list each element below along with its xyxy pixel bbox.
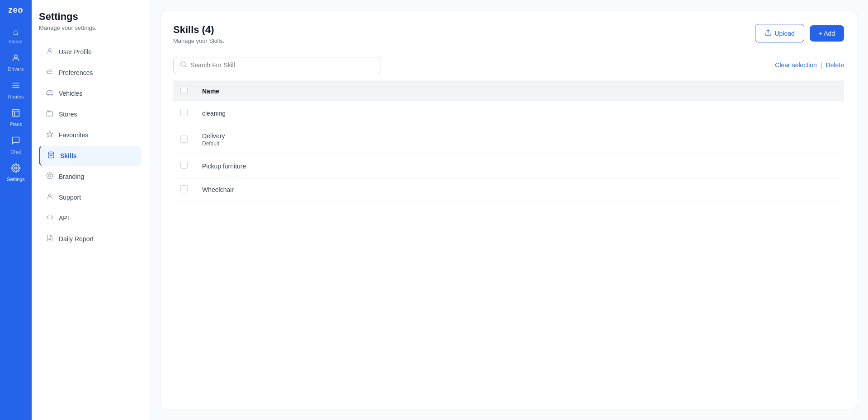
- preferences-icon: [46, 68, 53, 77]
- sidebar-item-vehicles[interactable]: Vehicles: [39, 84, 142, 103]
- search-box: [173, 57, 381, 73]
- api-icon: [46, 214, 53, 223]
- header-actions: Upload + Add: [755, 24, 844, 42]
- divider: |: [821, 61, 822, 69]
- skills-table: Name cleaning Delivery Default: [173, 80, 844, 201]
- upload-icon: [764, 29, 772, 37]
- nav-label-home: Home: [9, 39, 22, 44]
- sidebar-item-api[interactable]: API: [39, 208, 142, 228]
- content-header: Skills (4) Manage your Skills. Upload + …: [173, 24, 844, 44]
- svg-point-7: [47, 71, 48, 73]
- nav-label-settings: Settings: [7, 177, 25, 182]
- row-checkbox[interactable]: [180, 109, 188, 116]
- sidebar-label-skills: Skills: [60, 152, 77, 159]
- header-checkbox-cell: [173, 80, 195, 102]
- search-icon: [180, 61, 187, 69]
- clear-selection-button[interactable]: Clear selection: [775, 61, 817, 69]
- favourites-icon: [46, 131, 53, 140]
- selection-actions: Clear selection | Delete: [775, 61, 844, 69]
- sidebar-label-stores: Stores: [59, 111, 77, 118]
- nav-label-chat: Chat: [10, 149, 21, 154]
- sidebar-label-api: API: [59, 215, 69, 222]
- nav-item-plans[interactable]: Plans: [0, 104, 32, 131]
- nav-label-drivers: Drivers: [8, 66, 24, 72]
- settings-sidebar: Settings Manage your settings. User Prof…: [32, 0, 149, 420]
- table-row: cleaning: [173, 102, 844, 125]
- sidebar-label-vehicles: Vehicles: [59, 90, 82, 97]
- sidebar-item-preferences[interactable]: Preferences: [39, 63, 142, 83]
- content-card: Skills (4) Manage your Skills. Upload + …: [160, 11, 857, 409]
- row-checkbox[interactable]: [180, 185, 188, 192]
- sidebar-item-support[interactable]: Support: [39, 187, 142, 207]
- sidebar-item-stores[interactable]: Stores: [39, 104, 142, 124]
- user-profile-icon: [46, 47, 53, 56]
- svg-marker-12: [47, 131, 52, 137]
- nav-bar: zeo ⌂ Home Drivers Routes Plans Chat Set…: [0, 0, 32, 420]
- svg-point-15: [48, 174, 51, 177]
- routes-icon: [11, 81, 20, 92]
- sidebar-label-favourites: Favourites: [59, 131, 88, 139]
- search-row: Clear selection | Delete: [173, 57, 844, 73]
- nav-item-chat[interactable]: Chat: [0, 131, 32, 159]
- sidebar-label-preferences: Preferences: [59, 69, 93, 76]
- row-skill-name: Wheelchair: [195, 178, 844, 201]
- row-checkbox[interactable]: [180, 135, 188, 143]
- sidebar-label-support: Support: [59, 194, 81, 201]
- skill-name-text: Wheelchair: [202, 186, 234, 193]
- nav-item-drivers[interactable]: Drivers: [0, 49, 32, 76]
- upload-label: Upload: [774, 30, 794, 37]
- svg-point-2: [15, 167, 17, 169]
- home-icon: ⌂: [13, 27, 19, 37]
- sidebar-item-skills[interactable]: Skills: [39, 146, 142, 166]
- plans-icon: [11, 108, 20, 120]
- add-label: + Add: [819, 30, 835, 37]
- brand-logo: zeo: [8, 5, 23, 15]
- nav-item-home[interactable]: ⌂ Home: [0, 22, 32, 49]
- sidebar-item-daily-report[interactable]: Daily Report: [39, 229, 142, 249]
- drivers-icon: [11, 53, 20, 65]
- branding-icon: [46, 172, 53, 181]
- row-checkbox[interactable]: [180, 162, 188, 169]
- sidebar-item-user-profile[interactable]: User Profile: [39, 42, 142, 62]
- add-button[interactable]: + Add: [810, 25, 844, 42]
- stores-icon: [46, 110, 53, 119]
- svg-line-21: [184, 65, 186, 67]
- vehicles-icon: [46, 89, 53, 98]
- settings-title: Settings: [39, 11, 142, 23]
- row-skill-name: Pickup furniture: [195, 154, 844, 178]
- skill-name-text: Pickup furniture: [202, 163, 246, 170]
- nav-item-routes[interactable]: Routes: [0, 76, 32, 104]
- search-input[interactable]: [190, 61, 374, 69]
- sidebar-label-branding: Branding: [59, 173, 84, 180]
- upload-button[interactable]: Upload: [755, 24, 804, 42]
- row-checkbox-cell: [173, 178, 195, 201]
- page-title: Skills (4): [173, 24, 224, 36]
- svg-rect-1: [13, 110, 19, 117]
- row-checkbox-cell: [173, 102, 195, 125]
- sidebar-label-daily-report: Daily Report: [59, 235, 94, 243]
- settings-subtitle: Manage your settings.: [39, 24, 142, 31]
- svg-rect-11: [47, 112, 52, 116]
- table-row: Delivery Default: [173, 125, 844, 154]
- nav-label-plans: Plans: [9, 121, 22, 127]
- header-name: Name: [195, 80, 844, 102]
- select-all-checkbox[interactable]: [180, 87, 188, 94]
- skill-name-text: cleaning: [202, 110, 226, 117]
- skills-table-body: cleaning Delivery Default Pickup furnitu…: [173, 102, 844, 201]
- table-row: Wheelchair: [173, 178, 844, 201]
- page-subtitle: Manage your Skills.: [173, 37, 224, 44]
- sidebar-item-branding[interactable]: Branding: [39, 167, 142, 187]
- svg-rect-8: [47, 92, 53, 95]
- skill-sub-text: Default: [202, 140, 837, 147]
- row-skill-name: cleaning: [195, 102, 844, 125]
- svg-point-14: [47, 173, 52, 178]
- sidebar-item-favourites[interactable]: Favourites: [39, 125, 142, 145]
- skills-icon: [47, 151, 55, 160]
- delete-button[interactable]: Delete: [826, 61, 844, 69]
- support-icon: [46, 193, 53, 202]
- row-skill-name: Delivery Default: [195, 125, 844, 154]
- skill-name-text: Delivery: [202, 132, 225, 140]
- nav-label-routes: Routes: [8, 94, 24, 99]
- row-checkbox-cell: [173, 125, 195, 154]
- nav-item-settings[interactable]: Settings: [0, 159, 32, 187]
